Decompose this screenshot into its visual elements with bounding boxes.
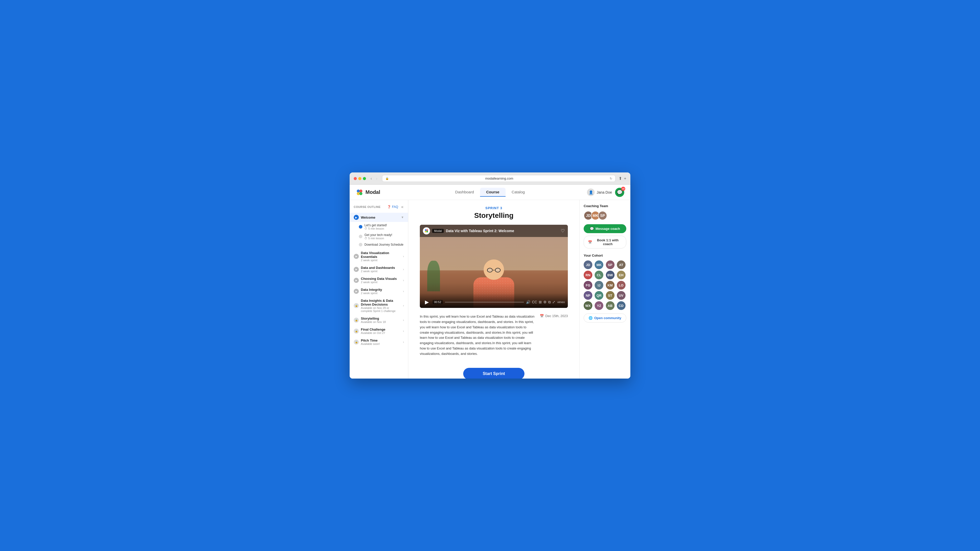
cohort-avatar-5[interactable]: CL	[595, 271, 603, 279]
sidebar-item-5[interactable]: 🔒 Storytelling Available on Nov 18 ›	[350, 314, 408, 326]
volume-icon[interactable]: 🔊	[526, 300, 530, 304]
welcome-section: ▶ Welcome ▼ Let's get started!	[350, 213, 408, 248]
item-chevron-2: ›	[403, 279, 404, 282]
sidebar-item-7[interactable]: 🔒 Pitch Time Available soon! ›	[350, 337, 408, 348]
cohort-avatar-10[interactable]: KM	[606, 281, 614, 289]
sub-item-time-1: ⏱ 5 min lesson	[364, 237, 392, 240]
item-title-3: Data Integrity	[361, 288, 401, 292]
settings-icon[interactable]: ⚙	[543, 300, 547, 304]
grid-icon[interactable]: ⊞	[539, 300, 542, 304]
open-community-button[interactable]: 🌐 Open community	[584, 313, 626, 322]
coach-avatar-2[interactable]: SP	[598, 211, 607, 220]
item-icon-3: ▶	[354, 289, 359, 294]
nav-dashboard[interactable]: Dashboard	[449, 188, 480, 197]
cohort-avatar-16[interactable]: WX	[584, 301, 592, 310]
book-label: Book 1:1 with coach	[593, 238, 622, 246]
cohort-avatar-9[interactable]: IJ	[595, 281, 603, 289]
nav-tabs: Dashboard Course Catalog	[402, 188, 578, 197]
item-chevron-1: ›	[403, 268, 404, 271]
cohort-avatar-19[interactable]: CD	[617, 301, 625, 310]
messages-button[interactable]: 💬 10	[615, 188, 624, 197]
book-coach-button[interactable]: 📅 Book 1:1 with coach	[584, 236, 626, 248]
video-container: Modal Data Viz with Tableau Sprint 2: We…	[420, 225, 568, 308]
item-text-2: Choosing Data Visuals 2 week sprint	[361, 277, 401, 284]
coaching-team-title: Coaching Team	[584, 204, 626, 208]
sidebar-item-1[interactable]: ▶ Data and Dashboards 2 week sprint ›	[350, 264, 408, 275]
share-button[interactable]: ⬆	[619, 176, 622, 181]
cohort-avatar-15[interactable]: UV	[617, 291, 625, 300]
sub-item-1[interactable]: Get your tech ready! ⏱ 5 min lesson	[357, 232, 408, 241]
cohort-avatar-13[interactable]: QR	[595, 291, 603, 300]
nav-course[interactable]: Course	[480, 188, 506, 197]
play-button[interactable]: ▶	[423, 298, 431, 306]
cohort-avatar-1[interactable]: MK	[595, 260, 603, 269]
sidebar: COURSE OUTLINE ❓ FAQ « ▶	[350, 200, 408, 379]
cohort-avatar-17[interactable]: YZ	[595, 301, 603, 310]
back-button[interactable]: ‹	[369, 176, 373, 181]
cohort-avatar-4[interactable]: RN	[584, 271, 592, 279]
minimize-button[interactable]	[358, 177, 361, 180]
open-community-label: Open community	[594, 316, 621, 320]
fullscreen-icon[interactable]: ⤢	[552, 300, 555, 304]
video-ctrl-icons: 🔊 CC ⊞ ⚙ ⧉ ⤢	[526, 300, 555, 304]
address-bar[interactable]: 🔒 modallearning.com ↻	[382, 175, 616, 182]
close-button[interactable]	[354, 177, 357, 180]
cohort-avatar-8[interactable]: FG	[584, 281, 592, 289]
svg-point-3	[360, 192, 363, 195]
svg-point-5	[426, 229, 428, 231]
sprint-title: Storytelling	[417, 211, 571, 220]
sidebar-item-6[interactable]: 🔒 Final Challenge Available on Oct 27 ›	[350, 326, 408, 337]
welcome-title: Welcome	[361, 216, 399, 219]
sidebar-item-3[interactable]: ▶ Data Integrity 2 week sprint ›	[350, 286, 408, 297]
refresh-icon[interactable]: ↻	[610, 177, 612, 180]
top-nav: Modal Dashboard Course Catalog 👤 Jana Do…	[350, 185, 630, 200]
sidebar-item-4[interactable]: 🔒 Data Insights & Data Driven Decisions …	[350, 297, 408, 314]
cohort-avatar-18[interactable]: AB	[606, 301, 614, 310]
logo-text: Modal	[366, 189, 380, 195]
clock-icon-0: ⏱	[364, 227, 367, 230]
person-head	[484, 259, 504, 280]
description-text: In this sprint, you will learn how to us…	[420, 314, 536, 356]
maximize-button[interactable]	[363, 177, 366, 180]
cohort-avatar-7[interactable]: EH	[617, 271, 625, 279]
item-icon-6: 🔒	[354, 329, 359, 333]
item-subtitle-7: Available soon!	[361, 342, 401, 345]
sidebar-item-welcome[interactable]: ▶ Welcome ▼	[350, 213, 408, 222]
picture-in-picture-icon[interactable]: ⧉	[548, 300, 551, 304]
subtitles-icon[interactable]: CC	[532, 300, 537, 304]
message-coach-button[interactable]: 💬 Message coach	[584, 224, 626, 233]
community-icon: 🌐	[589, 316, 593, 320]
cohort-avatar-6[interactable]: BW	[606, 271, 614, 279]
cohort-avatar-3[interactable]: AT	[617, 260, 625, 269]
sub-item-2[interactable]: Download Journey Schedule	[357, 241, 408, 248]
faq-link[interactable]: ❓ FAQ	[387, 205, 398, 209]
item-title-7: Pitch Time	[361, 338, 401, 342]
forward-button[interactable]: ›	[374, 176, 379, 181]
cohort-avatar-11[interactable]: LO	[617, 281, 625, 289]
time-display: 00:52	[433, 300, 443, 304]
cohort-avatar-12[interactable]: NP	[584, 291, 592, 300]
sidebar-header-right: ❓ FAQ «	[387, 204, 404, 210]
sub-item-0[interactable]: Let's get started! ⏱ 5 min lesson	[357, 222, 408, 232]
cohort-avatar-0[interactable]: JD	[584, 260, 592, 269]
sidebar-item-0[interactable]: ▶ Data Visualization Essentials 2 week s…	[350, 249, 408, 264]
sidebar-item-2[interactable]: ▶ Choosing Data Visuals 2 week sprint ›	[350, 275, 408, 286]
item-title-4: Data Insights & Data Driven Decisions	[361, 299, 401, 306]
new-tab-button[interactable]: +	[624, 176, 626, 181]
start-sprint-button[interactable]: Start Sprint	[463, 368, 525, 379]
user-profile[interactable]: 👤 Jana Doe	[587, 189, 612, 196]
sub-item-title-2: Download Journey Schedule	[364, 243, 404, 246]
video-logo-small	[423, 227, 430, 234]
video-heart-button[interactable]: ♡	[561, 228, 565, 233]
item-subtitle-4: Available on Nov 29 or complete Sprint 1…	[361, 306, 401, 313]
collapse-button[interactable]: «	[401, 204, 404, 210]
sub-item-dot-2	[359, 243, 363, 246]
traffic-lights	[354, 177, 366, 180]
sub-item-title-0: Let's get started!	[364, 224, 387, 227]
right-panel: Coaching Team JDMKSP 💬 Message coach 📅 B…	[579, 200, 630, 379]
welcome-icon: ▶	[354, 215, 359, 220]
progress-bar[interactable]	[445, 302, 524, 303]
nav-catalog[interactable]: Catalog	[506, 188, 531, 197]
cohort-avatar-2[interactable]: SP	[606, 260, 614, 269]
cohort-avatar-14[interactable]: ST	[606, 291, 614, 300]
